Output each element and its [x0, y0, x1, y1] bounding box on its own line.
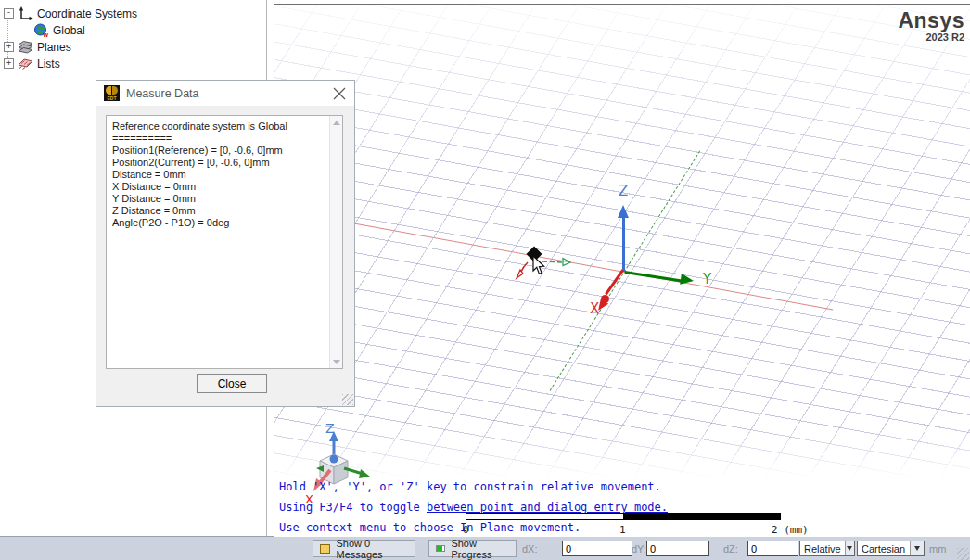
show-messages-button[interactable]: Show 0 Messages	[313, 540, 415, 557]
close-icon[interactable]	[332, 86, 347, 101]
tree-item-label: Coordinate Systems	[37, 7, 137, 20]
chevron-down-icon	[845, 541, 854, 555]
scale-bar-segment-black	[623, 513, 781, 520]
axes-icon	[18, 6, 33, 20]
dx-input[interactable]	[562, 541, 632, 556]
messages-icon	[320, 544, 330, 554]
close-button[interactable]: Close	[197, 374, 267, 393]
expand-box[interactable]: +	[4, 42, 14, 52]
ansys-logo: Ansys 2023 R2	[898, 10, 964, 43]
tree-item-label: Lists	[37, 57, 60, 70]
tree-item-coordinate-systems[interactable]: - Coordinate Systems	[4, 6, 137, 21]
movement-mode-dropdown[interactable]: Relative	[799, 541, 855, 556]
measure-line: Distance = 0mm	[112, 169, 327, 181]
dialog-resize-grip[interactable]	[342, 394, 353, 405]
z-axis-label: Z	[619, 183, 628, 199]
dy-input[interactable]	[646, 541, 709, 556]
dialog-title-bar[interactable]: EDT Measure Data	[96, 81, 354, 106]
dialog-title: Measure Data	[126, 87, 199, 100]
hint-text-line: Use context menu to choose In Plane move…	[279, 521, 581, 534]
globe-icon: w	[33, 23, 49, 37]
measure-line: Y Distance = 0mm	[112, 193, 327, 205]
measure-line: Z Distance = 0mm	[112, 205, 327, 217]
window-resize-grip[interactable]	[957, 548, 969, 560]
measure-line: ==========	[112, 133, 327, 145]
scale-tick-0: 0	[463, 524, 469, 536]
tree-item-label: Planes	[37, 41, 71, 54]
collapse-box[interactable]: -	[4, 8, 14, 19]
progress-icon	[436, 545, 445, 552]
measure-line: Position2(Current) = [0, -0.6, 0]mm	[112, 157, 327, 169]
measure-line: Reference coordinate system is Global	[112, 121, 327, 133]
z-axis-arrowhead	[618, 205, 629, 218]
units-label: mm	[929, 543, 946, 554]
dy-label: dY:	[632, 543, 646, 554]
scale-tick-2: 2 (mm)	[772, 524, 809, 536]
chevron-down-icon	[910, 541, 924, 555]
measure-data-dialog: EDT Measure Data Reference coordinate sy…	[96, 80, 355, 407]
tree-item-global[interactable]: w Global	[33, 22, 85, 38]
scale-bar-segment-white	[466, 513, 624, 520]
tree-item-label: Global	[53, 24, 85, 37]
planes-icon	[18, 40, 33, 54]
measure-line: X Distance = 0mm	[112, 181, 327, 193]
dx-label: dX:	[522, 543, 538, 554]
y-axis-arrowhead	[680, 274, 695, 286]
orientation-triad: Z X	[290, 420, 378, 513]
y-axis-label: Y	[703, 271, 711, 287]
tree-item-lists[interactable]: + Lists	[4, 56, 60, 71]
edt-app-icon: EDT	[104, 85, 120, 101]
status-bar: Show 0 Messages Show Progress dX: dY: dZ…	[0, 536, 970, 560]
mouse-cursor	[532, 255, 546, 275]
measure-line: Position1(Reference) = [0, -0.6, 0]mm	[112, 145, 327, 157]
svg-text:w: w	[43, 32, 49, 37]
show-progress-button[interactable]: Show Progress	[428, 540, 517, 557]
expand-box[interactable]: +	[4, 58, 14, 69]
3d-modeler-viewport[interactable]: Z Y X Z X	[274, 4, 970, 538]
application-window: - Coordinate Systems w Global + Planes +	[0, 0, 970, 560]
measure-line: Angle(P2O - P1O) = 0deg	[112, 217, 327, 229]
hint-text-line: Hold 'X', 'Y', or 'Z' key to constrain r…	[279, 480, 661, 493]
coordinate-system-dropdown[interactable]: Cartesian	[857, 541, 925, 556]
x-axis-label: X	[590, 300, 599, 317]
measure-results-textarea[interactable]: Reference coordinate system is Global ==…	[106, 115, 343, 369]
scale-tick-1: 1	[619, 524, 626, 536]
scroll-up-icon[interactable]	[330, 116, 342, 129]
scroll-down-icon[interactable]	[330, 355, 342, 368]
tree-item-planes[interactable]: + Planes	[4, 39, 71, 55]
grid-fade	[274, 5, 970, 172]
x-direction-snap-arrow	[514, 261, 530, 281]
dz-label: dZ:	[723, 543, 738, 554]
dz-input[interactable]	[747, 541, 798, 556]
z-axis-arrow	[622, 217, 625, 272]
hint-text-line: Using F3/F4 to toggle between point and …	[279, 501, 668, 514]
lists-icon	[18, 57, 33, 70]
scrollbar[interactable]	[329, 116, 342, 368]
